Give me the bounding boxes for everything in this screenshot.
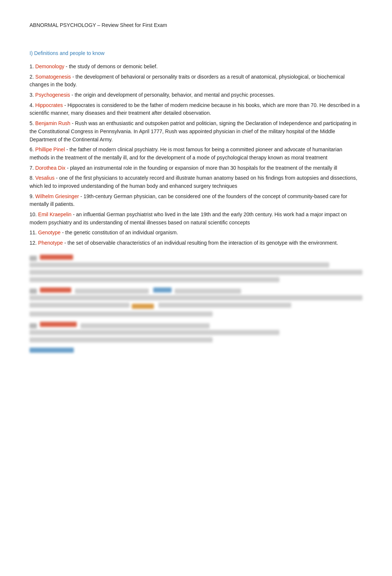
definition-10: - an influential German psychiatrist who… (30, 211, 347, 225)
entry-9: 9. Wilhelm Griesinger - 19th-century Ger… (30, 193, 362, 208)
definition-2: - the development of behavioral or perso… (30, 74, 345, 88)
entry-number-10: 10. (30, 211, 38, 217)
entry-8: 8. Vesalius - one of the first physician… (30, 174, 362, 190)
term-6: Phillipe Pinel (35, 146, 65, 152)
term-10: Emil Kraepelin (38, 211, 71, 217)
blurred-entry-14 (30, 287, 362, 317)
definition-5: - Rush was an enthusiastic and outspoken… (30, 120, 357, 142)
term-2: Somatogenesis (35, 74, 71, 80)
entry-number-8: 8. (30, 175, 35, 181)
term-9: Wilhelm Griesinger (35, 193, 79, 199)
term-4: Hippocrates (35, 102, 63, 108)
definition-11: - the genetic constitution of an individ… (61, 230, 178, 235)
term-12: Phenotype (38, 240, 63, 246)
entry-number-7: 7. (30, 165, 35, 171)
section-heading: I) Definitions and people to know (30, 50, 362, 56)
definition-8: - one of the first physicians to accurat… (30, 175, 357, 189)
term-3: Psychogenesis (35, 92, 70, 98)
entry-number-6: 6. (30, 146, 35, 152)
entry-11: 11. Genotype - the genetic constitution … (30, 229, 362, 237)
entry-number-12: 12. (30, 240, 38, 246)
entry-number-5: 5. (30, 120, 35, 126)
entry-4: 4. Hippocrates - Hippocrates is consider… (30, 101, 362, 117)
entry-number-9: 9. (30, 193, 35, 199)
page-title: ABNORMAL PSYCHOLOGY – Review Sheet for F… (30, 22, 362, 28)
definition-12: - the set of observable characteristics … (63, 240, 338, 246)
blurred-entry-13 (30, 255, 362, 282)
entry-7: 7. Dorothea Dix - played an instrumental… (30, 164, 362, 172)
definition-1: - the study of demons or demonic belief. (64, 63, 158, 69)
definition-6: - the father of modern clinical psychiat… (30, 146, 342, 161)
definition-3: - the origin and development of personal… (70, 92, 275, 98)
content-body: 1. Demonology - the study of demons or d… (30, 63, 362, 247)
definition-4: - Hippocrates is considered to be the fa… (30, 102, 360, 116)
blurred-term-13 (40, 255, 73, 260)
term-1: Demonology (35, 63, 65, 69)
entry-number-11: 11. (30, 230, 38, 235)
entry-number-3: 3. (30, 92, 35, 98)
entry-5: 5. Benjamin Rush - Rush was an enthusias… (30, 120, 362, 144)
entry-10: 10. Emil Kraepelin - an influential Germ… (30, 211, 362, 227)
entry-6: 6. Phillipe Pinel - the father of modern… (30, 146, 362, 162)
entry-3: 3. Psychogenesis - the origin and develo… (30, 91, 362, 99)
entry-number-2: 2. (30, 74, 35, 80)
definition-7: - played an instrumental role in the fou… (65, 165, 337, 171)
entry-number-1: 1. (30, 63, 35, 69)
term-11: Genotype (38, 230, 61, 235)
entry-number-4: 4. (30, 102, 35, 108)
entry-1: 1. Demonology - the study of demons or d… (30, 63, 362, 71)
blurred-entry-15 (30, 322, 362, 353)
entry-12: 12. Phenotype - the set of observable ch… (30, 239, 362, 247)
blurred-section (30, 255, 362, 354)
term-5: Benjamin Rush (35, 120, 71, 126)
term-7: Dorothea Dix (35, 165, 66, 171)
term-8: Vesalius (35, 175, 55, 181)
entry-2: 2. Somatogenesis - the development of be… (30, 73, 362, 89)
